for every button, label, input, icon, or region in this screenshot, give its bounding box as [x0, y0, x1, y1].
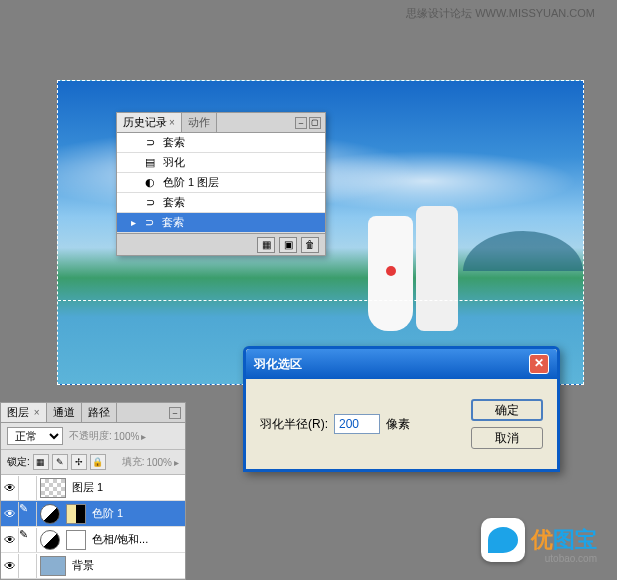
image-couple: [368, 201, 458, 331]
link-cell[interactable]: [19, 476, 37, 500]
chevron-icon[interactable]: ▸: [174, 457, 179, 468]
fill-value: 100%: [146, 457, 172, 468]
tab-close-icon[interactable]: ×: [169, 117, 175, 128]
bird-icon: [488, 527, 518, 553]
layers-tabs: 图层 × 通道 路径 –: [1, 403, 185, 423]
lock-pixels-icon[interactable]: ✎: [52, 454, 68, 470]
history-tabs: 历史记录× 动作 – ▢: [117, 113, 325, 133]
image-groom: [416, 206, 458, 331]
history-panel: 历史记录× 动作 – ▢ ⊃套索 ▤羽化 ◐色阶 1 图层 ⊃套索 ▸⊃套索 ▦…: [116, 112, 326, 256]
lasso-icon: ⊃: [142, 216, 156, 230]
layer-list: 👁 图层 1 👁✎ 色阶 1 👁✎ 色相/饱和... 👁 背景: [1, 475, 185, 579]
link-cell[interactable]: ✎: [19, 502, 37, 526]
layer-item[interactable]: 👁 背景: [1, 553, 185, 579]
lock-all-icon[interactable]: 🔒: [90, 454, 106, 470]
layer-name: 图层 1: [69, 480, 103, 495]
watermark-url: utobao.com: [545, 553, 597, 564]
layer-mask-thumbnail[interactable]: [66, 530, 86, 550]
layer-thumbnail[interactable]: [40, 478, 66, 498]
tab-actions[interactable]: 动作: [182, 113, 217, 132]
visibility-icon[interactable]: 👁: [1, 528, 19, 552]
layer-name: 色相/饱和...: [89, 532, 148, 547]
watermark-brand: 优图宝: [531, 525, 597, 555]
watermark-text-rest: 图宝: [553, 527, 597, 552]
tab-label: 图层: [7, 406, 29, 418]
link-cell[interactable]: ✎: [19, 528, 37, 552]
visibility-icon[interactable]: 👁: [1, 476, 19, 500]
feather-dialog: 羽化选区 ✕ 羽化半径(R): 像素 确定 取消: [243, 346, 560, 472]
blend-mode-select[interactable]: 正常: [7, 427, 63, 445]
adjustment-icon: ◐: [143, 176, 157, 190]
radius-input[interactable]: [334, 414, 380, 434]
adjustment-layer-icon[interactable]: [40, 504, 60, 524]
tab-channels[interactable]: 通道: [47, 403, 82, 422]
layer-item[interactable]: 👁✎ 色相/饱和...: [1, 527, 185, 553]
dialog-title-text: 羽化选区: [254, 356, 302, 373]
tab-history[interactable]: 历史记录×: [117, 113, 182, 132]
new-snapshot-icon[interactable]: ▣: [279, 237, 297, 253]
cancel-button[interactable]: 取消: [471, 427, 543, 449]
history-item-label: 套索: [163, 195, 185, 210]
dialog-body: 羽化半径(R): 像素 确定 取消: [246, 379, 557, 469]
dialog-titlebar[interactable]: 羽化选区 ✕: [246, 349, 557, 379]
history-item[interactable]: ◐色阶 1 图层: [117, 173, 325, 193]
layer-thumbnail[interactable]: [40, 556, 66, 576]
panel-window-controls: – ▢: [295, 117, 325, 129]
history-item-label: 羽化: [163, 155, 185, 170]
watermark: 优图宝 utobao.com: [481, 518, 597, 562]
history-item[interactable]: ⊃套索: [117, 193, 325, 213]
panel-minimize-icon[interactable]: –: [295, 117, 307, 129]
dialog-close-button[interactable]: ✕: [529, 354, 549, 374]
layer-name: 背景: [69, 558, 94, 573]
layer-item[interactable]: 👁✎ 色阶 1: [1, 501, 185, 527]
layers-panel: 图层 × 通道 路径 – 正常 不透明度: 100%▸ 锁定: ▦ ✎ ✢ 🔒 …: [0, 402, 186, 580]
lock-label: 锁定:: [7, 455, 30, 469]
opacity-control[interactable]: 不透明度: 100%▸: [69, 429, 146, 443]
history-footer: ▦ ▣ 🗑: [117, 233, 325, 255]
history-item[interactable]: ⊃套索: [117, 133, 325, 153]
panel-maximize-icon[interactable]: ▢: [309, 117, 321, 129]
dialog-input-group: 羽化半径(R): 像素: [260, 414, 410, 434]
visibility-icon[interactable]: 👁: [1, 502, 19, 526]
current-state-arrow-icon: ▸: [131, 217, 136, 228]
history-item-label: 套索: [162, 215, 184, 230]
tab-history-label: 历史记录: [123, 116, 167, 128]
adjustment-layer-icon[interactable]: [40, 530, 60, 550]
tab-close-icon[interactable]: ×: [31, 407, 40, 418]
history-item-label: 套索: [163, 135, 185, 150]
history-list: ⊃套索 ▤羽化 ◐色阶 1 图层 ⊃套索 ▸⊃套索: [117, 133, 325, 233]
tab-paths[interactable]: 路径: [82, 403, 117, 422]
new-document-icon[interactable]: ▦: [257, 237, 275, 253]
radius-label: 羽化半径(R):: [260, 416, 328, 433]
history-item-label: 色阶 1 图层: [163, 175, 219, 190]
layer-mask-thumbnail[interactable]: [66, 504, 86, 524]
lasso-icon: ⊃: [143, 196, 157, 210]
unit-label: 像素: [386, 416, 410, 433]
dialog-buttons: 确定 取消: [471, 399, 543, 449]
image-bride: [368, 216, 413, 331]
selection-marquee: [58, 300, 583, 301]
chevron-icon[interactable]: ▸: [141, 431, 146, 442]
visibility-icon[interactable]: 👁: [1, 554, 19, 578]
lasso-icon: ⊃: [143, 136, 157, 150]
history-item[interactable]: ▤羽化: [117, 153, 325, 173]
history-item[interactable]: ▸⊃套索: [117, 213, 325, 233]
link-cell[interactable]: [19, 554, 37, 578]
fill-label: 填充:: [122, 455, 145, 469]
opacity-value: 100%: [114, 431, 140, 442]
panel-window-controls: –: [169, 407, 185, 419]
tab-layers[interactable]: 图层 ×: [1, 403, 47, 422]
watermark-logo: [481, 518, 525, 562]
lock-position-icon[interactable]: ✢: [71, 454, 87, 470]
blend-controls: 正常 不透明度: 100%▸: [1, 423, 185, 450]
header-attribution: 思缘设计论坛 WWW.MISSYUAN.COM: [406, 6, 595, 21]
document-icon: ▤: [143, 156, 157, 170]
layer-item[interactable]: 👁 图层 1: [1, 475, 185, 501]
layer-name: 色阶 1: [89, 506, 123, 521]
panel-minimize-icon[interactable]: –: [169, 407, 181, 419]
delete-icon[interactable]: 🗑: [301, 237, 319, 253]
lock-transparency-icon[interactable]: ▦: [33, 454, 49, 470]
ok-button[interactable]: 确定: [471, 399, 543, 421]
image-mountain: [463, 231, 583, 271]
fill-control[interactable]: 填充: 100%▸: [122, 455, 179, 469]
